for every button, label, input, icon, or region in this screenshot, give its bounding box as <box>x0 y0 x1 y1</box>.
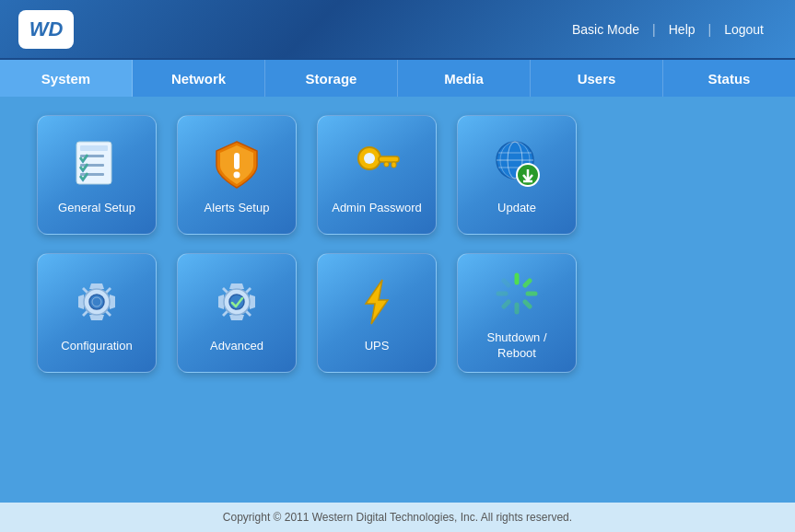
svg-line-34 <box>504 281 509 285</box>
tile-update-label: Update <box>497 201 536 216</box>
basic-mode-link[interactable]: Basic Mode <box>559 20 652 39</box>
svg-line-28 <box>525 281 530 285</box>
svg-rect-11 <box>384 162 389 167</box>
logout-link[interactable]: Logout <box>711 20 777 39</box>
tile-admin-password[interactable]: Admin Password <box>317 115 437 235</box>
tab-network[interactable]: Network <box>133 60 265 97</box>
tab-system-label: System <box>41 71 90 87</box>
globe-download-icon <box>487 134 546 193</box>
gear-icon <box>67 272 126 331</box>
help-link[interactable]: Help <box>656 20 708 39</box>
tile-shutdown-reboot[interactable]: Shutdown / Reboot <box>457 253 577 373</box>
tab-storage[interactable]: Storage <box>265 60 398 97</box>
key-icon <box>347 134 406 193</box>
icon-grid-row1: General Setup Alerts Setup <box>37 115 758 235</box>
tab-media-label: Media <box>444 71 484 87</box>
wd-logo: WD <box>18 10 74 49</box>
svg-line-30 <box>525 302 530 306</box>
gear-check-icon <box>207 272 266 331</box>
alert-shield-icon <box>207 134 266 193</box>
logo-text: WD <box>29 17 64 41</box>
tile-configuration-label: Configuration <box>61 339 132 354</box>
main-content: General Setup Alerts Setup <box>0 97 795 503</box>
tab-network-label: Network <box>171 71 226 87</box>
svg-rect-9 <box>379 156 399 162</box>
tile-alerts-setup-label: Alerts Setup <box>205 201 270 216</box>
svg-rect-4 <box>80 173 104 176</box>
nav-tabs: System Network Storage Media Users Statu… <box>0 60 795 97</box>
lightning-icon <box>347 272 406 331</box>
tile-alerts-setup[interactable]: Alerts Setup <box>177 115 297 235</box>
svg-point-6 <box>234 171 240 178</box>
svg-line-32 <box>504 302 509 306</box>
header-links: Basic Mode | Help | Logout <box>559 20 777 39</box>
header: WD Basic Mode | Help | Logout <box>0 0 795 60</box>
tab-storage-label: Storage <box>306 71 357 87</box>
svg-rect-1 <box>80 145 108 151</box>
tab-status-label: Status <box>708 71 751 87</box>
tile-ups-label: UPS <box>365 339 390 354</box>
svg-rect-2 <box>80 155 104 157</box>
svg-point-8 <box>364 153 375 164</box>
tile-update[interactable]: Update <box>457 115 577 235</box>
checklist-icon <box>67 134 126 193</box>
svg-rect-3 <box>80 164 104 167</box>
icon-grid-row2: Configuration <box>37 253 758 373</box>
tile-advanced[interactable]: Advanced <box>177 253 297 373</box>
svg-rect-5 <box>234 153 240 169</box>
tile-advanced-label: Advanced <box>210 339 263 354</box>
svg-marker-26 <box>366 280 388 324</box>
copyright-text: Copyright © 2011 Western Digital Technol… <box>223 511 572 524</box>
tab-users[interactable]: Users <box>531 60 663 97</box>
footer: Copyright © 2011 Western Digital Technol… <box>0 503 795 532</box>
tile-general-setup[interactable]: General Setup <box>37 115 157 235</box>
tab-users-label: Users <box>578 71 616 87</box>
tab-system[interactable]: System <box>0 60 133 97</box>
tile-configuration[interactable]: Configuration <box>37 253 157 373</box>
tile-admin-password-label: Admin Password <box>332 201 422 216</box>
tab-media[interactable]: Media <box>398 60 531 97</box>
svg-rect-10 <box>392 162 396 168</box>
tile-ups[interactable]: UPS <box>317 253 437 373</box>
tile-shutdown-reboot-label: Shutdown / Reboot <box>486 330 546 362</box>
tab-status[interactable]: Status <box>663 60 795 97</box>
tile-general-setup-label: General Setup <box>58 201 135 216</box>
svg-point-22 <box>89 295 104 309</box>
spinner-icon <box>487 264 546 323</box>
